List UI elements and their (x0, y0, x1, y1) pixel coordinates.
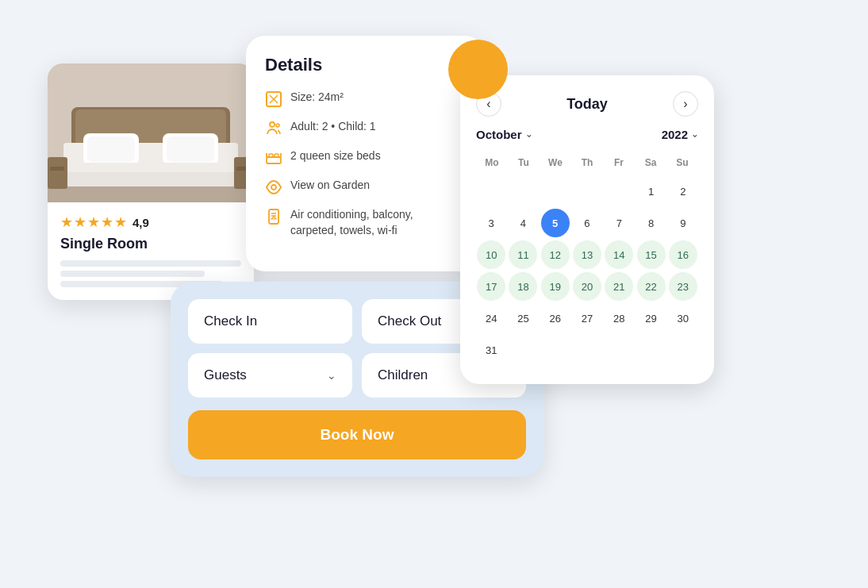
cal-day-13[interactable]: 13 (573, 240, 601, 269)
detail-guests: Adult: 2 • Child: 1 (265, 119, 465, 137)
calendar-month-row: October ⌄ 2022 ⌄ (476, 128, 698, 141)
cal-day-12[interactable]: 12 (541, 240, 570, 269)
cal-day-empty (573, 177, 601, 206)
cal-day-empty (509, 177, 537, 206)
detail-beds: 2 queen size beds (265, 148, 465, 167)
cal-day-8[interactable]: 8 (637, 209, 666, 237)
beds-text: 2 queen size beds (290, 148, 381, 164)
cal-day-16[interactable]: 16 (669, 240, 697, 269)
cal-day-empty (477, 177, 505, 206)
cal-day-4[interactable]: 4 (509, 209, 537, 237)
detail-view: View on Garden (265, 178, 465, 196)
cal-day-11[interactable]: 11 (509, 240, 537, 269)
detail-amenities: Air conditioning, balcony,carpeted, towe… (265, 207, 465, 238)
amenities-icon (265, 208, 282, 225)
svg-rect-21 (267, 157, 281, 163)
svg-rect-24 (269, 154, 273, 157)
cal-day-3[interactable]: 3 (477, 209, 505, 237)
check-in-label: Check In (204, 313, 257, 329)
cal-day-2[interactable]: 2 (669, 177, 697, 206)
rating-row: ★★★★★ 4,9 (60, 213, 241, 231)
cal-day-1[interactable]: 1 (637, 177, 666, 206)
cal-day-25[interactable]: 25 (509, 304, 537, 332)
year-chevron-icon: ⌄ (691, 129, 698, 140)
cal-day-empty (541, 177, 570, 206)
details-title: Details (265, 55, 465, 75)
view-icon (265, 179, 282, 196)
bed-icon (265, 149, 282, 167)
cal-day-10[interactable]: 10 (477, 240, 505, 269)
cal-day-6[interactable]: 6 (573, 209, 601, 237)
book-now-button[interactable]: Book Now (188, 410, 526, 459)
cal-day-22[interactable]: 22 (637, 272, 666, 301)
cal-day-20[interactable]: 20 (573, 272, 601, 301)
check-in-input[interactable]: Check In (188, 299, 352, 344)
month-chevron-icon: ⌄ (525, 129, 532, 140)
cal-day-empty (605, 177, 633, 206)
cal-day-23[interactable]: 23 (669, 272, 697, 301)
cal-day-19[interactable]: 19 (541, 272, 570, 301)
svg-rect-6 (87, 136, 135, 162)
svg-rect-11 (48, 186, 254, 202)
cal-day-27[interactable]: 27 (573, 304, 601, 332)
svg-rect-8 (167, 136, 214, 162)
cal-day-31[interactable]: 31 (477, 336, 505, 364)
stars: ★★★★★ (60, 213, 128, 231)
guests-input[interactable]: Guests ⌄ (188, 353, 352, 398)
weekday-fr: Fr (603, 154, 635, 171)
amenities-text: Air conditioning, balcony,carpeted, towe… (290, 207, 413, 238)
cal-day-5[interactable]: 5 (541, 209, 570, 237)
svg-point-20 (276, 124, 279, 127)
cal-day-21[interactable]: 21 (605, 272, 633, 301)
cal-day-30[interactable]: 30 (669, 304, 697, 332)
svg-rect-13 (50, 167, 64, 171)
svg-rect-10 (63, 163, 238, 172)
size-text: Size: 24m² (290, 90, 344, 106)
rating-value: 4,9 (133, 216, 149, 229)
year-select[interactable]: 2022 ⌄ (662, 128, 698, 141)
guests-chevron-icon: ⌄ (327, 369, 336, 382)
svg-rect-12 (48, 157, 67, 189)
guests-text: Adult: 2 • Child: 1 (290, 119, 376, 135)
svg-rect-25 (275, 154, 278, 157)
desc-line-1 (60, 260, 241, 267)
calendar-next-button[interactable]: › (673, 91, 698, 117)
calendar-weekdays: Mo Tu We Th Fr Sa Su (476, 154, 698, 171)
cal-day-17[interactable]: 17 (477, 272, 505, 301)
svg-point-19 (270, 122, 275, 127)
weekday-th: Th (571, 154, 603, 171)
calendar-card: ‹ Today › October ⌄ 2022 ⌄ Mo Tu We Th F… (460, 75, 714, 384)
cal-day-14[interactable]: 14 (605, 240, 633, 269)
size-icon (265, 90, 282, 108)
calendar-header: ‹ Today › (476, 91, 698, 117)
cal-day-9[interactable]: 9 (669, 209, 697, 237)
svg-point-26 (271, 185, 276, 190)
hotel-card: ★★★★★ 4,9 Single Room (48, 63, 254, 300)
weekday-sa: Sa (635, 154, 666, 171)
year-label: 2022 (662, 128, 688, 141)
cal-day-7[interactable]: 7 (605, 209, 633, 237)
cal-day-29[interactable]: 29 (637, 304, 666, 332)
guests-label: Guests (204, 367, 247, 383)
check-out-label: Check Out (378, 313, 441, 329)
weekday-tu: Tu (508, 154, 540, 171)
view-text: View on Garden (290, 178, 370, 194)
cal-day-15[interactable]: 15 (637, 240, 666, 269)
weekday-su: Su (666, 154, 698, 171)
month-label: October (476, 128, 522, 141)
children-label: Children (378, 367, 428, 383)
svg-marker-30 (271, 217, 276, 219)
room-title: Single Room (60, 236, 241, 252)
calendar-grid: 1234567891011121314151617181920212223242… (476, 176, 698, 365)
detail-size: Size: 24m² (265, 90, 465, 108)
cal-day-28[interactable]: 28 (605, 304, 633, 332)
cal-day-26[interactable]: 26 (541, 304, 570, 332)
month-select[interactable]: October ⌄ (476, 128, 532, 141)
cal-day-24[interactable]: 24 (477, 304, 505, 332)
calendar-today-label: Today (567, 96, 608, 113)
weekday-we: We (540, 154, 571, 171)
weekday-mo: Mo (476, 154, 508, 171)
hotel-card-image (48, 63, 254, 202)
cal-day-18[interactable]: 18 (509, 272, 537, 301)
adult-icon (265, 120, 282, 137)
